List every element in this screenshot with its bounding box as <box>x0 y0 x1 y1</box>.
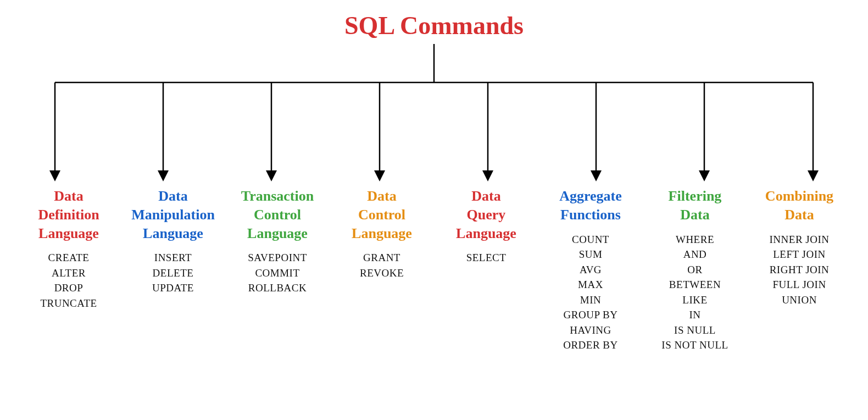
category-tcl: Transaction Control Language SAVEPOINT C… <box>225 187 330 296</box>
category-label: Aggregate Functions <box>559 187 622 224</box>
category-label: Data Manipulation Language <box>131 187 215 242</box>
label-line: Data <box>765 206 833 224</box>
command-item: WHERE <box>661 232 728 247</box>
command-item: LIKE <box>661 292 728 308</box>
command-list: COUNT SUM AVG MAX MIN GROUP BY HAVING OR… <box>563 232 618 353</box>
category-label: Data Query Language <box>456 187 516 242</box>
command-item: REVOKE <box>360 266 404 281</box>
command-item: MIN <box>563 292 618 308</box>
categories-row: Data Definition Language CREATE ALTER DR… <box>0 187 868 353</box>
label-line: Language <box>352 224 412 243</box>
command-item: AND <box>661 247 728 262</box>
command-item: INSERT <box>152 250 194 266</box>
command-item: MAX <box>563 277 618 292</box>
command-item: IN <box>661 307 728 323</box>
command-item: DROP <box>40 280 97 296</box>
command-list: INSERT DELETE UPDATE <box>152 250 194 296</box>
command-item: COMMIT <box>248 266 307 281</box>
command-item: OR <box>661 262 728 278</box>
label-line: Control <box>352 206 412 224</box>
command-list: CREATE ALTER DROP TRUNCATE <box>40 250 97 311</box>
command-item: UNION <box>770 292 830 308</box>
command-item: DELETE <box>152 266 194 281</box>
command-item: IS NULL <box>661 323 728 338</box>
category-ddl: Data Definition Language CREATE ALTER DR… <box>16 187 121 311</box>
command-item: SUM <box>563 247 618 262</box>
command-list: WHERE AND OR BETWEEN LIKE IN IS NULL IS … <box>661 232 728 353</box>
category-filtering: Filtering Data WHERE AND OR BETWEEN LIKE… <box>643 187 747 353</box>
command-item: TRUNCATE <box>40 296 97 311</box>
command-list: SELECT <box>466 250 507 266</box>
category-dql: Data Query Language SELECT <box>434 187 538 266</box>
command-item: LEFT JOIN <box>770 247 830 262</box>
label-line: Control <box>241 206 314 224</box>
label-line: Filtering <box>669 187 722 206</box>
category-label: Transaction Control Language <box>241 187 314 242</box>
category-label: Filtering Data <box>669 187 722 224</box>
label-line: Transaction <box>241 187 314 206</box>
command-item: GROUP BY <box>563 307 618 323</box>
label-line: Language <box>241 224 314 243</box>
command-item: UPDATE <box>152 280 194 296</box>
command-item: SELECT <box>466 250 507 266</box>
command-item: ALTER <box>40 266 97 281</box>
label-line: Data <box>38 187 99 206</box>
command-item: IS NOT NULL <box>661 338 728 353</box>
label-line: Language <box>38 224 99 243</box>
label-line: Combining <box>765 187 833 206</box>
command-item: CREATE <box>40 250 97 266</box>
label-line: Definition <box>38 206 99 224</box>
label-line: Data <box>352 187 412 206</box>
category-dcl: Data Control Language GRANT REVOKE <box>330 187 434 280</box>
diagram-title: SQL Commands <box>344 11 524 40</box>
category-label: Data Definition Language <box>38 187 99 242</box>
category-combining: Combining Data INNER JOIN LEFT JOIN RIGH… <box>747 187 852 307</box>
command-list: GRANT REVOKE <box>360 250 404 280</box>
command-item: COUNT <box>563 232 618 247</box>
command-list: INNER JOIN LEFT JOIN RIGHT JOIN FULL JOI… <box>770 232 830 308</box>
label-line: Aggregate <box>559 187 622 206</box>
command-item: RIGHT JOIN <box>770 262 830 278</box>
category-label: Combining Data <box>765 187 833 224</box>
category-aggregate: Aggregate Functions COUNT SUM AVG MAX MI… <box>538 187 643 353</box>
label-line: Query <box>456 206 516 224</box>
command-item: BETWEEN <box>661 277 728 292</box>
category-dml: Data Manipulation Language INSERT DELETE… <box>121 187 225 296</box>
command-item: FULL JOIN <box>770 277 830 292</box>
label-line: Data <box>456 187 516 206</box>
label-line: Functions <box>559 206 622 224</box>
command-item: HAVING <box>563 323 618 338</box>
category-label: Data Control Language <box>352 187 412 242</box>
command-item: INNER JOIN <box>770 232 830 247</box>
command-item: ORDER BY <box>563 338 618 353</box>
label-line: Data <box>669 206 722 224</box>
command-item: AVG <box>563 262 618 278</box>
label-line: Manipulation <box>131 206 215 224</box>
command-item: ROLLBACK <box>248 280 307 296</box>
label-line: Language <box>131 224 215 243</box>
command-list: SAVEPOINT COMMIT ROLLBACK <box>248 250 307 296</box>
command-item: GRANT <box>360 250 404 266</box>
label-line: Language <box>456 224 516 243</box>
label-line: Data <box>131 187 215 206</box>
command-item: SAVEPOINT <box>248 250 307 266</box>
